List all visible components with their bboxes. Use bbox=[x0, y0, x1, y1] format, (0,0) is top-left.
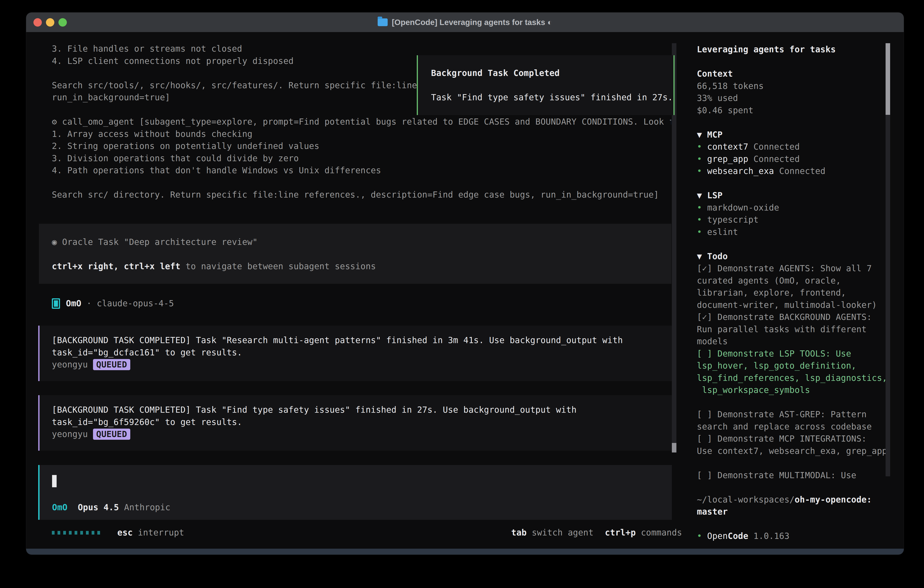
terminal-line: 3. Division operations that could divide… bbox=[52, 152, 671, 165]
terminal-line: Leveraging agents for tasks bbox=[697, 43, 893, 56]
text-segment: • bbox=[697, 142, 707, 152]
terminal-line bbox=[697, 481, 893, 494]
text-segment: [BACKGROUND TASK COMPLETED] Task "Resear… bbox=[52, 335, 623, 345]
text-segment: 1. Array access without bounds checking bbox=[52, 129, 252, 139]
terminal-line: [✓] Demonstrate AGENTS: Show all 7 bbox=[697, 263, 893, 275]
text-segment: Opus 4.5 bbox=[78, 502, 119, 512]
text-segment: models bbox=[697, 337, 728, 346]
text-segment: ▼ bbox=[697, 251, 707, 261]
text-segment: ctrl+p bbox=[605, 527, 636, 539]
terminal-line: search and replace across codebase bbox=[697, 421, 893, 433]
terminal-line: lsp_hover, lsp_goto_definition, bbox=[697, 360, 893, 372]
text-segment: Context bbox=[697, 69, 733, 79]
terminal-line: master bbox=[697, 506, 893, 518]
status-badge: QUEUED bbox=[93, 429, 130, 440]
text-segment: claude-opus-4-5 bbox=[97, 299, 174, 308]
agent-chip: OmO · claude-opus-4-5 bbox=[52, 297, 174, 310]
terminal-line: • eslint bbox=[697, 226, 893, 238]
terminal-line bbox=[697, 116, 893, 129]
text-segment: Run parallel tasks with different bbox=[697, 324, 867, 334]
terminal-line: • websearch_exa Connected bbox=[697, 165, 893, 177]
terminal-line: librarian, explore, frontend, bbox=[697, 287, 893, 299]
app-window: [OpenCode] Leveraging agents for tasks ◐… bbox=[26, 13, 904, 555]
text-segment: [ ] Demonstrate LSP TOOLS: Use bbox=[697, 349, 851, 358]
terminal-line: lsp_workspace_symbols bbox=[697, 384, 893, 396]
notification-spacer bbox=[431, 79, 673, 92]
activity-dot bbox=[86, 531, 89, 535]
activity-dot bbox=[63, 531, 66, 535]
text-segment: librarian, explore, frontend, bbox=[697, 288, 846, 297]
text-segment: run_in_background=true] bbox=[52, 92, 170, 102]
text-segment: ctrl+x right, bbox=[52, 261, 124, 271]
terminal-line: [ ] Demonstrate AST-GREP: Pattern bbox=[697, 408, 893, 421]
activity-dot bbox=[92, 531, 94, 535]
main-scrollbar-thumb[interactable] bbox=[672, 443, 676, 453]
terminal-line: task_id="bg_dcfac161" to get results. bbox=[52, 347, 672, 359]
text-segment: • bbox=[697, 215, 707, 225]
text-segment: [ ] Demonstrate AST-GREP: Pattern bbox=[697, 410, 867, 419]
text-segment: yeongyu bbox=[52, 360, 93, 370]
text-segment: OmO bbox=[52, 502, 68, 512]
text-segment: $0.46 spent bbox=[697, 106, 754, 115]
terminal-line: yeongyu QUEUED bbox=[52, 428, 672, 441]
keyboard-hints: tab switch agentctrl+p commands bbox=[512, 527, 682, 539]
terminal-line: 1. Array access without bounds checking bbox=[52, 128, 671, 140]
prompt-input[interactable]: OmO Opus 4.5 Anthropic bbox=[38, 465, 672, 520]
terminal-line: ⚙ call_omo_agent [subagent_type=explore,… bbox=[52, 116, 671, 128]
background-task-message-2: [BACKGROUND TASK COMPLETED] Task "Find t… bbox=[38, 395, 672, 451]
terminal-line bbox=[697, 396, 893, 409]
text-segment: 3. Division operations that could divide… bbox=[52, 154, 299, 163]
terminal-line: Search src/ directory. Return specific f… bbox=[52, 189, 671, 201]
text-segment: Search src/tools/, src/hooks/, src/featu… bbox=[52, 81, 417, 90]
minimize-window-button[interactable] bbox=[46, 18, 54, 26]
text-segment: master bbox=[697, 507, 728, 517]
sidebar-scrollbar-thumb[interactable] bbox=[886, 43, 890, 115]
text-segment: ▼ bbox=[697, 130, 707, 140]
text-segment: grep_app bbox=[707, 154, 748, 164]
terminal-line: Context bbox=[697, 68, 893, 80]
text-segment: task_id="bg_dcfac161" to get results. bbox=[52, 348, 242, 357]
window-bottom-edge bbox=[26, 549, 904, 555]
text-segment: typescript bbox=[707, 215, 759, 225]
text-segment: Code bbox=[728, 531, 749, 541]
text-segment: • bbox=[697, 227, 707, 237]
activity-dot bbox=[97, 531, 100, 535]
maximize-window-button[interactable] bbox=[58, 18, 67, 26]
text-segment: eslint bbox=[707, 227, 738, 237]
text-segment: OmO bbox=[66, 299, 81, 308]
terminal-line bbox=[697, 56, 893, 68]
terminal-line: ~/local-workspaces/oh-my-opencode: bbox=[697, 494, 893, 506]
text-segment bbox=[68, 502, 78, 512]
terminal-line: 33% used bbox=[697, 92, 893, 104]
text-segment: lsp_workspace_symbols bbox=[697, 385, 810, 395]
terminal-line: Run parallel tasks with different bbox=[697, 323, 893, 335]
activity-dot bbox=[69, 531, 72, 535]
window-controls bbox=[33, 13, 67, 32]
text-segment: esc bbox=[117, 528, 133, 537]
text-segment: [✓] Demonstrate AGENTS: Show all 7 bbox=[697, 264, 872, 273]
text-segment: Leveraging agents for tasks bbox=[697, 45, 836, 55]
close-window-button[interactable] bbox=[33, 18, 42, 26]
terminal-line: models bbox=[697, 335, 893, 348]
session-sidebar: Leveraging agents for tasksContext66,518… bbox=[697, 43, 893, 542]
text-segment: [✓] Demonstrate BACKGROUND AGENTS: bbox=[697, 312, 872, 322]
text-segment: 4. Path operations that don't handle Win… bbox=[52, 165, 381, 175]
terminal-line bbox=[697, 457, 893, 469]
terminal-line bbox=[52, 177, 671, 189]
terminal-line: • OpenCode 1.0.163 bbox=[697, 530, 893, 542]
text-segment: Connected bbox=[774, 166, 825, 176]
terminal-line bbox=[697, 177, 893, 190]
text-segment: 3. File handles or streams not closed bbox=[52, 44, 242, 54]
text-segment: yeongyu bbox=[52, 429, 93, 439]
text-segment: Todo bbox=[707, 251, 728, 261]
text-segment: · bbox=[81, 299, 97, 308]
terminal-line: • typescript bbox=[697, 214, 893, 226]
text-segment: markdown-oxide bbox=[707, 203, 779, 213]
terminal-line: ▼ Todo bbox=[697, 250, 893, 263]
terminal-content: 3. File handles or streams not closed4. … bbox=[26, 32, 904, 549]
text-segment: interrupt bbox=[133, 528, 184, 537]
terminal-line: [ ] Demonstrate MCP INTEGRATIONS: bbox=[697, 433, 893, 445]
terminal-line bbox=[697, 518, 893, 530]
text-segment: ⚙ bbox=[52, 117, 62, 127]
text-segment: search and replace across codebase bbox=[697, 422, 872, 431]
